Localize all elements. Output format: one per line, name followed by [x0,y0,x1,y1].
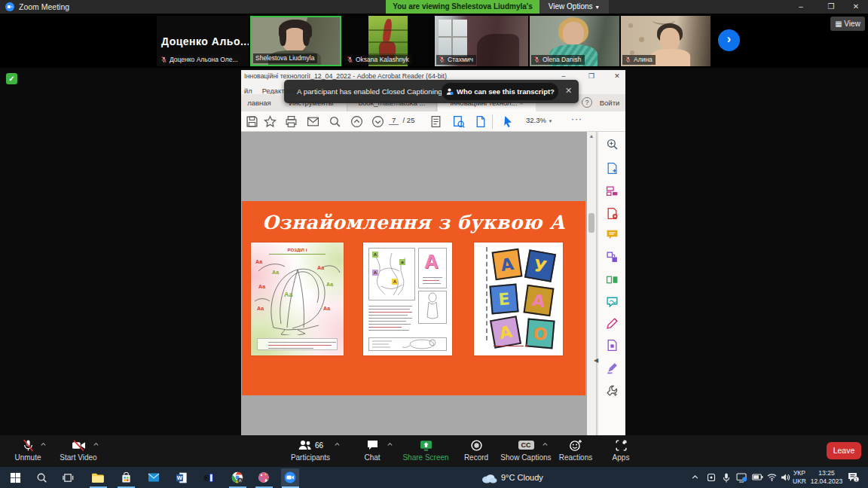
select-cursor-icon[interactable] [501,115,514,128]
camera-off-icon [72,439,86,452]
pdf-scrollbar[interactable]: ▲ [587,132,596,435]
page-view-icon[interactable] [452,115,465,128]
participant-label: Shelestova Liudmyla [253,53,317,64]
create-pdf-icon[interactable] [606,162,619,175]
video-caret-icon[interactable] [93,441,99,447]
mic-muted-icon [22,439,35,452]
maximize-button[interactable]: ❐ [819,0,843,14]
organize-pages-icon[interactable] [606,273,619,286]
transcript-question-pill[interactable]: Who can see this transcript? [442,83,558,100]
sign-in-button[interactable]: Войти [595,94,624,111]
clock[interactable]: 13:2512.04.2023 [808,469,845,486]
paint3d-icon[interactable] [255,468,273,486]
participant-tile-alina[interactable]: Алина [621,16,711,66]
combine-files-icon[interactable] [606,251,619,264]
svg-text:W: W [177,474,183,481]
media-app-icon[interactable] [200,468,219,486]
save-icon[interactable] [246,115,258,128]
tray-display-icon[interactable] [736,473,747,483]
zoom-taskbar-icon[interactable] [281,468,299,486]
tray-mic-icon[interactable] [723,473,730,483]
participant-label: Oksana Kalashnyk [344,55,412,66]
edit-pdf-icon[interactable] [606,185,619,197]
start-video-button[interactable]: Start Video [48,438,108,462]
tab-home[interactable]: лавная [243,94,275,111]
scrollbar-thumb[interactable] [588,213,594,233]
next-participants-button[interactable]: › [718,29,740,51]
chrome-icon[interactable]: A [228,468,246,486]
participants-button[interactable]: 66 Participants [280,438,341,462]
chat-caret-icon[interactable] [387,441,393,447]
search-icon[interactable] [329,115,341,128]
participant-tile-oksana[interactable]: Oksana Kalashnyk [343,16,433,66]
acrobat-close-button[interactable]: ✕ [606,70,628,83]
help-icon[interactable]: ? [582,97,592,108]
email-icon[interactable] [307,115,319,128]
acrobat-maximize-button[interactable]: ❐ [580,70,603,83]
comment-icon[interactable] [606,228,619,241]
participant-face [660,28,680,50]
muted-mic-icon [533,56,540,63]
card3-caption: А [494,343,528,348]
weather-widget[interactable]: 9°C Cloudy [481,467,543,488]
muted-mic-icon [160,56,167,63]
notice-close-icon[interactable]: ✕ [565,86,572,96]
tray-volume-icon[interactable] [781,473,790,482]
highlight-icon[interactable] [606,361,619,374]
view-options-dropdown[interactable]: View Options ▼ [539,0,609,14]
participant-name-large: Доценко Альо... [161,35,249,47]
tray-app-icon[interactable] [707,473,716,482]
file-explorer-icon[interactable] [89,468,107,486]
export-pdf-icon[interactable] [606,207,619,220]
close-button[interactable]: ✕ [844,0,868,14]
print-icon[interactable] [285,115,298,128]
participant-tile-shelestova[interactable]: Shelestova Liudmyla [250,16,341,66]
minimize-button[interactable]: – [789,0,813,14]
slide-image-coloring-page: РОЗДІЛ І [251,242,344,355]
unmute-caret-icon[interactable] [40,441,47,447]
scroll-up-icon[interactable]: ▲ [589,133,594,139]
participants-caret-icon[interactable] [334,441,341,447]
leave-button[interactable]: Leave [827,442,861,459]
star-icon[interactable] [264,115,277,128]
start-button[interactable] [6,468,24,486]
tray-expand-icon[interactable] [691,473,699,481]
participant-tile-dotsenko[interactable]: Доценко Альо... Доценко Альона Оле... [157,16,249,66]
viewing-banner: You are viewing Shelestova Liudmyla's sc… [386,0,539,14]
person-icon [445,87,454,96]
more-tools-sidebar-icon[interactable] [606,384,619,397]
marquee-zoom-icon[interactable] [606,138,619,151]
task-view-icon[interactable] [59,468,77,486]
request-signatures-icon[interactable] [606,295,619,308]
microsoft-store-icon[interactable] [117,468,135,486]
word-icon[interactable]: W [173,468,191,486]
language-indicator[interactable]: УКРUKR [793,469,806,486]
single-page-icon[interactable] [474,115,487,128]
view-layout-button[interactable]: ▦ View [830,17,865,31]
tray-wifi-icon[interactable] [767,473,777,481]
more-tools-icon[interactable]: ··· [571,114,582,124]
notification-center-icon[interactable]: 1 [847,471,859,486]
participant-tile-stakhmych[interactable]: Стахмич [435,16,528,66]
card2-text [368,304,415,334]
captions-message: A participant has enabled Closed Caption… [297,87,442,96]
previous-page-icon[interactable] [350,115,363,128]
fill-sign-icon[interactable] [606,317,619,330]
page-number-field[interactable]: 7 / 25 [389,116,414,124]
page-thumbnail-icon[interactable] [429,115,442,128]
search-taskbar-icon[interactable] [32,468,50,486]
screen: Zoom Meeting You are viewing Shelestova … [0,0,868,488]
slide-title: Ознайомлення з буквою А [242,212,585,233]
tray-battery-icon[interactable] [752,473,763,481]
zoom-level-dropdown[interactable]: 32.3% ▼ [526,116,553,124]
mail-icon[interactable] [145,468,163,486]
apps-button[interactable]: Apps [591,438,651,462]
next-page-icon[interactable] [371,115,384,128]
participant-label: Алина [622,55,656,66]
cut-line [486,247,487,340]
sidebar-collapse-icon[interactable]: ◀ [594,355,600,367]
chat-button[interactable]: Chat [342,438,402,462]
captions-caret-icon[interactable] [542,441,549,447]
protect-pdf-icon[interactable] [606,339,619,352]
participant-tile-olena[interactable]: Olena Danish [530,16,619,66]
